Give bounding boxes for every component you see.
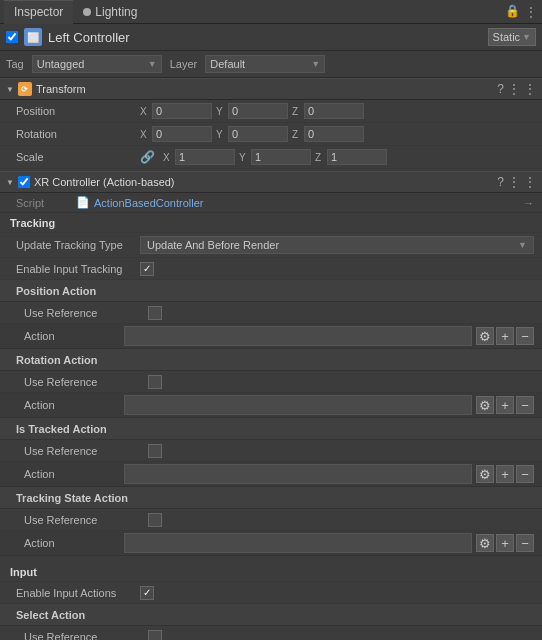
tag-layer-row: Tag Untagged ▼ Layer Default ▼: [0, 51, 542, 78]
position-y-label: Y: [216, 106, 226, 117]
tracking-state-action-label: Tracking State Action: [16, 492, 534, 504]
tracking-group-label: Tracking: [0, 213, 542, 233]
is-tracked-use-reference-checkbox[interactable]: [148, 444, 162, 458]
is-tracked-action-gear-btn[interactable]: ⚙: [476, 465, 494, 483]
rotation-action-gear-btn[interactable]: ⚙: [476, 396, 494, 414]
position-action-header: Position Action: [0, 280, 542, 302]
scale-z-label: Z: [315, 152, 325, 163]
select-use-reference-row: Use Reference: [0, 626, 542, 640]
xr-triangle-icon[interactable]: ▼: [6, 178, 14, 187]
rotation-y-input[interactable]: [228, 126, 288, 142]
rotation-action-minus-btn[interactable]: −: [516, 396, 534, 414]
position-row: Position X Y Z: [0, 100, 542, 123]
rotation-action-plus-btn[interactable]: +: [496, 396, 514, 414]
enable-input-tracking-checkbox[interactable]: [140, 262, 154, 276]
content-area: ⬜ Left Controller Static ▼ Tag Untagged …: [0, 24, 542, 640]
is-tracked-action-minus-btn[interactable]: −: [516, 465, 534, 483]
scale-z-input[interactable]: [327, 149, 387, 165]
transform-right-icons: ? ⋮ ⋮: [497, 82, 536, 96]
position-x-label: X: [140, 106, 150, 117]
active-checkbox[interactable]: [6, 31, 18, 43]
enable-input-actions-label: Enable Input Actions: [16, 587, 136, 599]
lighting-dot: [83, 8, 91, 16]
is-tracked-action-label-text: Action: [24, 468, 124, 480]
scale-x-input[interactable]: [175, 149, 235, 165]
tag-chevron-icon: ▼: [148, 59, 157, 69]
rotation-label: Rotation: [16, 128, 136, 140]
scale-label: Scale: [16, 151, 136, 163]
layer-dropdown[interactable]: Default ▼: [205, 55, 325, 73]
transform-settings-icon[interactable]: ⋮: [508, 82, 520, 96]
position-action-row: Action ⚙ + −: [0, 324, 542, 349]
scale-lock-icon[interactable]: 🔗: [140, 150, 155, 164]
rotation-use-reference-label: Use Reference: [24, 376, 144, 388]
rotation-action-header: Rotation Action: [0, 349, 542, 371]
position-action-minus-btn[interactable]: −: [516, 327, 534, 345]
rotation-action-input[interactable]: [124, 395, 472, 415]
layer-chevron-icon: ▼: [311, 59, 320, 69]
tracking-type-chevron-icon: ▼: [518, 240, 527, 250]
position-action-input[interactable]: [124, 326, 472, 346]
xr-more-icon[interactable]: ⋮: [524, 175, 536, 189]
tab-inspector[interactable]: Inspector: [4, 0, 73, 24]
script-value[interactable]: ActionBasedController: [94, 197, 523, 209]
update-tracking-type-row: Update Tracking Type Update And Before R…: [0, 233, 542, 258]
is-tracked-action-plus-btn[interactable]: +: [496, 465, 514, 483]
transform-title: Transform: [36, 83, 493, 95]
scale-xyz: X Y Z: [163, 149, 534, 165]
lock-icon[interactable]: 🔒: [505, 4, 520, 20]
is-tracked-action-input[interactable]: [124, 464, 472, 484]
update-tracking-type-dropdown[interactable]: Update And Before Render ▼: [140, 236, 534, 254]
more-icon[interactable]: ⋮: [524, 4, 538, 20]
tab-bar: Inspector Lighting 🔒 ⋮: [0, 0, 542, 24]
xr-controller-section-header: ▼ XR Controller (Action-based) ? ⋮ ⋮: [0, 171, 542, 193]
position-use-reference-label: Use Reference: [24, 307, 144, 319]
scale-row: Scale 🔗 X Y Z: [0, 146, 542, 169]
layer-label: Layer: [170, 58, 198, 70]
position-z-input[interactable]: [304, 103, 364, 119]
rotation-z-input[interactable]: [304, 126, 364, 142]
script-arrow-icon: →: [523, 197, 534, 209]
transform-more-icon[interactable]: ⋮: [524, 82, 536, 96]
object-header: ⬜ Left Controller Static ▼: [0, 24, 542, 51]
script-label: Script: [16, 197, 76, 209]
transform-triangle-icon[interactable]: ▼: [6, 85, 14, 94]
rotation-xyz: X Y Z: [140, 126, 534, 142]
position-action-label: Position Action: [16, 285, 534, 297]
tag-dropdown[interactable]: Untagged ▼: [32, 55, 162, 73]
position-action-label-text: Action: [24, 330, 124, 342]
rotation-x-input[interactable]: [152, 126, 212, 142]
rotation-z-label: Z: [292, 129, 302, 140]
transform-help-icon[interactable]: ?: [497, 82, 504, 96]
tracking-state-action-plus-btn[interactable]: +: [496, 534, 514, 552]
position-x-input[interactable]: [152, 103, 212, 119]
rotation-y-label: Y: [216, 129, 226, 140]
scale-y-input[interactable]: [251, 149, 311, 165]
tab-lighting[interactable]: Lighting: [73, 0, 147, 24]
position-use-reference-checkbox[interactable]: [148, 306, 162, 320]
static-dropdown[interactable]: Static ▼: [488, 28, 536, 46]
position-label: Position: [16, 105, 136, 117]
xr-right-icons: ? ⋮ ⋮: [497, 175, 536, 189]
xr-active-checkbox[interactable]: [18, 176, 30, 188]
rotation-action-label: Rotation Action: [16, 354, 534, 366]
enable-input-actions-checkbox[interactable]: [140, 586, 154, 600]
scale-x-label: X: [163, 152, 173, 163]
tracking-state-action-input[interactable]: [124, 533, 472, 553]
position-use-reference-row: Use Reference: [0, 302, 542, 324]
position-y-input[interactable]: [228, 103, 288, 119]
tracking-state-action-minus-btn[interactable]: −: [516, 534, 534, 552]
xr-help-icon[interactable]: ?: [497, 175, 504, 189]
position-action-gear-btn[interactable]: ⚙: [476, 327, 494, 345]
select-use-reference-checkbox[interactable]: [148, 630, 162, 641]
position-action-plus-btn[interactable]: +: [496, 327, 514, 345]
tracking-state-action-gear-btn[interactable]: ⚙: [476, 534, 494, 552]
tracking-state-action-header: Tracking State Action: [0, 487, 542, 509]
script-row: Script 📄 ActionBasedController →: [0, 193, 542, 213]
tag-value: Untagged: [37, 58, 85, 70]
xr-settings-icon[interactable]: ⋮: [508, 175, 520, 189]
rotation-use-reference-checkbox[interactable]: [148, 375, 162, 389]
select-action-header: Select Action: [0, 604, 542, 626]
tracking-state-use-reference-checkbox[interactable]: [148, 513, 162, 527]
enable-input-actions-row: Enable Input Actions: [0, 582, 542, 604]
